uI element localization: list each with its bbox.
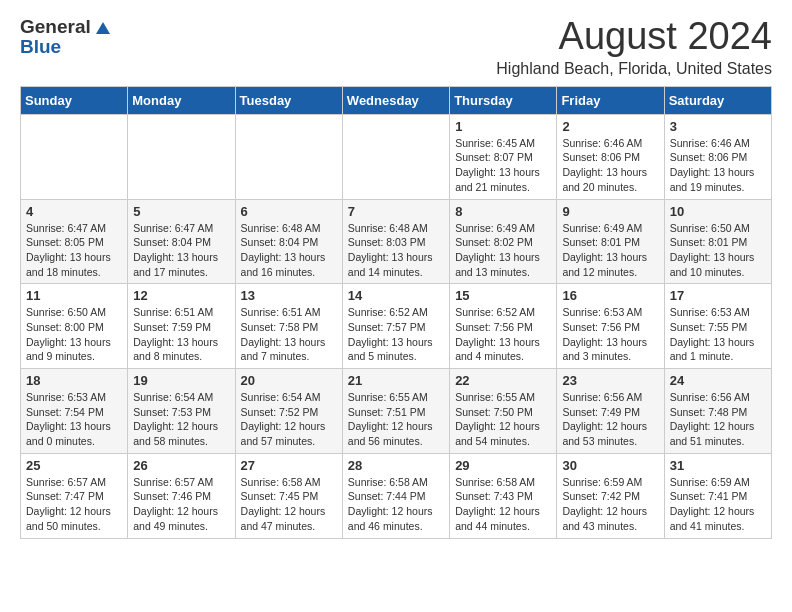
calendar-cell: 6Sunrise: 6:48 AM Sunset: 8:04 PM Daylig… bbox=[235, 199, 342, 284]
calendar-cell: 27Sunrise: 6:58 AM Sunset: 7:45 PM Dayli… bbox=[235, 453, 342, 538]
day-info: Sunrise: 6:59 AM Sunset: 7:41 PM Dayligh… bbox=[670, 475, 766, 534]
calendar-cell: 1Sunrise: 6:45 AM Sunset: 8:07 PM Daylig… bbox=[450, 114, 557, 199]
calendar-table: SundayMondayTuesdayWednesdayThursdayFrid… bbox=[20, 86, 772, 539]
calendar-week-row: 1Sunrise: 6:45 AM Sunset: 8:07 PM Daylig… bbox=[21, 114, 772, 199]
calendar-week-row: 18Sunrise: 6:53 AM Sunset: 7:54 PM Dayli… bbox=[21, 369, 772, 454]
calendar-cell: 2Sunrise: 6:46 AM Sunset: 8:06 PM Daylig… bbox=[557, 114, 664, 199]
day-info: Sunrise: 6:48 AM Sunset: 8:03 PM Dayligh… bbox=[348, 221, 444, 280]
day-info: Sunrise: 6:51 AM Sunset: 7:58 PM Dayligh… bbox=[241, 305, 337, 364]
calendar-cell: 21Sunrise: 6:55 AM Sunset: 7:51 PM Dayli… bbox=[342, 369, 449, 454]
calendar-cell: 30Sunrise: 6:59 AM Sunset: 7:42 PM Dayli… bbox=[557, 453, 664, 538]
day-number: 17 bbox=[670, 288, 766, 303]
main-title: August 2024 bbox=[496, 16, 772, 58]
calendar-cell bbox=[21, 114, 128, 199]
sub-title: Highland Beach, Florida, United States bbox=[496, 60, 772, 78]
day-number: 26 bbox=[133, 458, 229, 473]
day-number: 5 bbox=[133, 204, 229, 219]
calendar-cell: 7Sunrise: 6:48 AM Sunset: 8:03 PM Daylig… bbox=[342, 199, 449, 284]
day-info: Sunrise: 6:50 AM Sunset: 8:00 PM Dayligh… bbox=[26, 305, 122, 364]
day-info: Sunrise: 6:56 AM Sunset: 7:48 PM Dayligh… bbox=[670, 390, 766, 449]
calendar-cell: 16Sunrise: 6:53 AM Sunset: 7:56 PM Dayli… bbox=[557, 284, 664, 369]
day-number: 19 bbox=[133, 373, 229, 388]
title-block: August 2024 Highland Beach, Florida, Uni… bbox=[496, 16, 772, 78]
day-number: 2 bbox=[562, 119, 658, 134]
logo: General Blue bbox=[20, 16, 110, 58]
calendar-cell: 22Sunrise: 6:55 AM Sunset: 7:50 PM Dayli… bbox=[450, 369, 557, 454]
calendar-cell: 20Sunrise: 6:54 AM Sunset: 7:52 PM Dayli… bbox=[235, 369, 342, 454]
day-number: 24 bbox=[670, 373, 766, 388]
day-number: 29 bbox=[455, 458, 551, 473]
weekday-header-sunday: Sunday bbox=[21, 86, 128, 114]
weekday-header-thursday: Thursday bbox=[450, 86, 557, 114]
day-info: Sunrise: 6:52 AM Sunset: 7:56 PM Dayligh… bbox=[455, 305, 551, 364]
weekday-header-saturday: Saturday bbox=[664, 86, 771, 114]
weekday-header-friday: Friday bbox=[557, 86, 664, 114]
day-info: Sunrise: 6:51 AM Sunset: 7:59 PM Dayligh… bbox=[133, 305, 229, 364]
day-info: Sunrise: 6:53 AM Sunset: 7:56 PM Dayligh… bbox=[562, 305, 658, 364]
day-number: 8 bbox=[455, 204, 551, 219]
day-info: Sunrise: 6:55 AM Sunset: 7:50 PM Dayligh… bbox=[455, 390, 551, 449]
calendar-cell bbox=[342, 114, 449, 199]
day-info: Sunrise: 6:53 AM Sunset: 7:54 PM Dayligh… bbox=[26, 390, 122, 449]
calendar-cell: 23Sunrise: 6:56 AM Sunset: 7:49 PM Dayli… bbox=[557, 369, 664, 454]
calendar-cell: 14Sunrise: 6:52 AM Sunset: 7:57 PM Dayli… bbox=[342, 284, 449, 369]
day-info: Sunrise: 6:58 AM Sunset: 7:44 PM Dayligh… bbox=[348, 475, 444, 534]
day-info: Sunrise: 6:47 AM Sunset: 8:05 PM Dayligh… bbox=[26, 221, 122, 280]
calendar-cell bbox=[235, 114, 342, 199]
day-number: 21 bbox=[348, 373, 444, 388]
calendar-cell: 31Sunrise: 6:59 AM Sunset: 7:41 PM Dayli… bbox=[664, 453, 771, 538]
page-header: General Blue August 2024 Highland Beach,… bbox=[20, 16, 772, 78]
day-info: Sunrise: 6:47 AM Sunset: 8:04 PM Dayligh… bbox=[133, 221, 229, 280]
day-info: Sunrise: 6:46 AM Sunset: 8:06 PM Dayligh… bbox=[562, 136, 658, 195]
calendar-cell: 5Sunrise: 6:47 AM Sunset: 8:04 PM Daylig… bbox=[128, 199, 235, 284]
day-number: 4 bbox=[26, 204, 122, 219]
logo-blue-text: Blue bbox=[20, 36, 61, 58]
day-info: Sunrise: 6:54 AM Sunset: 7:53 PM Dayligh… bbox=[133, 390, 229, 449]
calendar-header-row: SundayMondayTuesdayWednesdayThursdayFrid… bbox=[21, 86, 772, 114]
day-info: Sunrise: 6:49 AM Sunset: 8:01 PM Dayligh… bbox=[562, 221, 658, 280]
calendar-week-row: 4Sunrise: 6:47 AM Sunset: 8:05 PM Daylig… bbox=[21, 199, 772, 284]
day-number: 25 bbox=[26, 458, 122, 473]
calendar-cell: 10Sunrise: 6:50 AM Sunset: 8:01 PM Dayli… bbox=[664, 199, 771, 284]
day-info: Sunrise: 6:48 AM Sunset: 8:04 PM Dayligh… bbox=[241, 221, 337, 280]
day-info: Sunrise: 6:57 AM Sunset: 7:46 PM Dayligh… bbox=[133, 475, 229, 534]
day-info: Sunrise: 6:46 AM Sunset: 8:06 PM Dayligh… bbox=[670, 136, 766, 195]
calendar-week-row: 11Sunrise: 6:50 AM Sunset: 8:00 PM Dayli… bbox=[21, 284, 772, 369]
day-info: Sunrise: 6:53 AM Sunset: 7:55 PM Dayligh… bbox=[670, 305, 766, 364]
calendar-cell bbox=[128, 114, 235, 199]
calendar-cell: 13Sunrise: 6:51 AM Sunset: 7:58 PM Dayli… bbox=[235, 284, 342, 369]
day-number: 18 bbox=[26, 373, 122, 388]
day-number: 28 bbox=[348, 458, 444, 473]
calendar-cell: 4Sunrise: 6:47 AM Sunset: 8:05 PM Daylig… bbox=[21, 199, 128, 284]
day-number: 27 bbox=[241, 458, 337, 473]
day-info: Sunrise: 6:49 AM Sunset: 8:02 PM Dayligh… bbox=[455, 221, 551, 280]
day-info: Sunrise: 6:58 AM Sunset: 7:43 PM Dayligh… bbox=[455, 475, 551, 534]
day-info: Sunrise: 6:58 AM Sunset: 7:45 PM Dayligh… bbox=[241, 475, 337, 534]
day-info: Sunrise: 6:57 AM Sunset: 7:47 PM Dayligh… bbox=[26, 475, 122, 534]
day-number: 14 bbox=[348, 288, 444, 303]
calendar-cell: 17Sunrise: 6:53 AM Sunset: 7:55 PM Dayli… bbox=[664, 284, 771, 369]
calendar-cell: 9Sunrise: 6:49 AM Sunset: 8:01 PM Daylig… bbox=[557, 199, 664, 284]
day-number: 13 bbox=[241, 288, 337, 303]
calendar-cell: 8Sunrise: 6:49 AM Sunset: 8:02 PM Daylig… bbox=[450, 199, 557, 284]
calendar-cell: 25Sunrise: 6:57 AM Sunset: 7:47 PM Dayli… bbox=[21, 453, 128, 538]
day-number: 9 bbox=[562, 204, 658, 219]
day-number: 23 bbox=[562, 373, 658, 388]
day-info: Sunrise: 6:45 AM Sunset: 8:07 PM Dayligh… bbox=[455, 136, 551, 195]
calendar-cell: 28Sunrise: 6:58 AM Sunset: 7:44 PM Dayli… bbox=[342, 453, 449, 538]
weekday-header-monday: Monday bbox=[128, 86, 235, 114]
day-number: 20 bbox=[241, 373, 337, 388]
calendar-cell: 19Sunrise: 6:54 AM Sunset: 7:53 PM Dayli… bbox=[128, 369, 235, 454]
day-number: 3 bbox=[670, 119, 766, 134]
day-info: Sunrise: 6:54 AM Sunset: 7:52 PM Dayligh… bbox=[241, 390, 337, 449]
day-number: 15 bbox=[455, 288, 551, 303]
day-number: 30 bbox=[562, 458, 658, 473]
day-number: 31 bbox=[670, 458, 766, 473]
day-number: 11 bbox=[26, 288, 122, 303]
calendar-cell: 11Sunrise: 6:50 AM Sunset: 8:00 PM Dayli… bbox=[21, 284, 128, 369]
weekday-header-tuesday: Tuesday bbox=[235, 86, 342, 114]
day-number: 7 bbox=[348, 204, 444, 219]
day-info: Sunrise: 6:56 AM Sunset: 7:49 PM Dayligh… bbox=[562, 390, 658, 449]
day-number: 22 bbox=[455, 373, 551, 388]
day-info: Sunrise: 6:59 AM Sunset: 7:42 PM Dayligh… bbox=[562, 475, 658, 534]
